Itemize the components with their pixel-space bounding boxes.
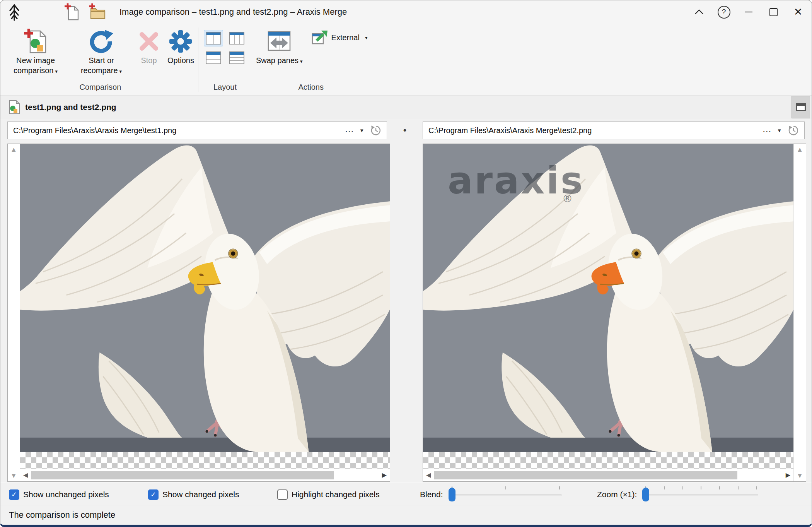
- path-dropdown-icon[interactable]: ▼: [777, 128, 782, 133]
- check-icon: ✓: [150, 490, 156, 499]
- file-path-row: C:\Program Files\Araxis\Araxis Merge\tes…: [0, 119, 812, 144]
- stop-icon: [138, 27, 160, 55]
- right-image-view[interactable]: araxis ®: [423, 144, 793, 452]
- blend-control: Blend:: [420, 483, 561, 506]
- scroll-down-icon: ▼: [10, 472, 17, 479]
- left-image-view[interactable]: [20, 144, 390, 452]
- status-message: The comparison is complete: [9, 510, 115, 520]
- view-controls: ✓ Show unchanged pixels ✓ Show changed p…: [0, 483, 812, 506]
- browse-ellipsis-icon[interactable]: …: [762, 123, 772, 134]
- pane-separator-dot: •: [387, 119, 423, 142]
- highlight-changed-pixels-checkbox[interactable]: ✓ Highlight changed pixels: [277, 483, 380, 506]
- left-file-path-field[interactable]: C:\Program Files\Araxis\Araxis Merge\tes…: [7, 121, 387, 139]
- right-image-pane: araxis ® ◀ ▶ ▲ ▼: [423, 144, 806, 482]
- start-or-recompare-button[interactable]: Start or recompare▾: [68, 26, 134, 78]
- scrollbar-thumb[interactable]: [31, 471, 333, 479]
- actions-group: Swap panes▾ External▾ Actions: [252, 24, 370, 95]
- zoom-label: Zoom (×1):: [597, 490, 637, 499]
- araxis-logo-icon: [7, 3, 22, 21]
- slider-ticks: [645, 486, 757, 489]
- history-icon[interactable]: [788, 125, 799, 136]
- comparison-panes: ▲ ▼: [0, 144, 812, 482]
- external-icon: [311, 30, 328, 45]
- dropdown-arrow-icon: ▾: [300, 58, 303, 64]
- window-controls: ? ✕: [691, 4, 806, 20]
- layout-group-label: Layout: [198, 83, 252, 95]
- left-horizontal-scrollbar[interactable]: ◀ ▶: [20, 469, 390, 481]
- blend-slider-thumb[interactable]: [449, 488, 455, 501]
- layout-three-panes-vertical-button[interactable]: [227, 30, 246, 46]
- collapse-ribbon-icon[interactable]: [691, 4, 707, 20]
- zoom-slider[interactable]: [642, 485, 758, 504]
- browse-ellipsis-icon[interactable]: …: [345, 123, 355, 134]
- transparency-checkerboard: [423, 452, 793, 469]
- options-gear-icon: [169, 27, 193, 55]
- scroll-up-icon: ▲: [797, 146, 803, 153]
- dropdown-arrow-icon: ▾: [365, 35, 368, 41]
- layout-group: Layout: [198, 24, 252, 95]
- comparison-group-label: Comparison: [3, 83, 198, 95]
- swap-panes-button[interactable]: Swap panes▾: [252, 26, 307, 68]
- dropdown-arrow-icon: ▾: [119, 68, 122, 74]
- scroll-right-icon: ▶: [382, 472, 387, 478]
- new-file-icon[interactable]: [64, 3, 80, 21]
- scrollbar-thumb[interactable]: [434, 471, 737, 479]
- right-horizontal-scrollbar[interactable]: ◀ ▶: [423, 469, 793, 481]
- window-title: Image comparison – test1.png and test2.p…: [119, 7, 347, 17]
- maximize-pane-button[interactable]: [792, 96, 810, 118]
- help-icon[interactable]: ?: [716, 4, 732, 20]
- open-folder-icon[interactable]: [89, 3, 106, 21]
- zoom-slider-thumb[interactable]: [642, 488, 649, 501]
- external-button[interactable]: External▾: [307, 26, 370, 45]
- comparison-tab-title[interactable]: test1.png and test2.png: [25, 103, 116, 112]
- layout-two-panes-horizontal-button[interactable]: [204, 50, 223, 66]
- path-dropdown-icon[interactable]: ▼: [359, 128, 364, 133]
- layout-two-panes-vertical-button[interactable]: [204, 30, 223, 46]
- stop-button: Stop: [134, 26, 164, 67]
- show-changed-pixels-checkbox[interactable]: ✓ Show changed pixels: [148, 483, 239, 506]
- maximize-button[interactable]: [765, 4, 781, 20]
- slider-ticks: [452, 486, 560, 489]
- blend-slider[interactable]: [449, 485, 561, 504]
- ribbon: New image comparison▾ Start or recompare…: [0, 24, 812, 96]
- zoom-control: Zoom (×1):: [597, 483, 758, 506]
- new-comparison-icon: [23, 27, 48, 55]
- scroll-left-icon: ◀: [23, 472, 28, 478]
- comparison-document-icon: [8, 100, 20, 115]
- comparison-group: New image comparison▾ Start or recompare…: [3, 24, 198, 95]
- left-file-path: C:\Program Files\Araxis\Araxis Merge\tes…: [13, 126, 345, 135]
- araxis-merge-window: Image comparison – test1.png and test2.p…: [0, 0, 812, 527]
- recompare-icon: [89, 27, 113, 55]
- titlebar: Image comparison – test1.png and test2.p…: [0, 0, 812, 24]
- scroll-left-icon: ◀: [426, 472, 431, 478]
- svg-text:®: ®: [562, 192, 573, 204]
- history-icon[interactable]: [370, 125, 381, 136]
- scroll-down-icon: ▼: [797, 472, 803, 479]
- blend-label: Blend:: [420, 490, 443, 499]
- new-image-comparison-button[interactable]: New image comparison▾: [3, 26, 68, 78]
- menu-icon[interactable]: [34, 6, 48, 18]
- right-file-path-field[interactable]: C:\Program Files\Araxis\Araxis Merge\tes…: [423, 121, 805, 139]
- options-button[interactable]: Options: [164, 26, 198, 67]
- close-button[interactable]: ✕: [790, 4, 806, 20]
- layout-three-panes-horizontal-button[interactable]: [227, 50, 246, 66]
- right-file-path: C:\Program Files\Araxis\Araxis Merge\tes…: [428, 126, 762, 135]
- check-icon: ✓: [11, 490, 17, 499]
- right-vertical-scrollbar[interactable]: ▲ ▼: [793, 144, 806, 481]
- seagull-photo: araxis ®: [423, 144, 793, 452]
- document-tab-bar: test1.png and test2.png: [0, 96, 812, 119]
- swap-panes-icon: [267, 27, 291, 55]
- minimize-button[interactable]: [740, 4, 757, 20]
- show-unchanged-pixels-checkbox[interactable]: ✓ Show unchanged pixels: [9, 483, 109, 506]
- scroll-right-icon: ▶: [786, 472, 790, 478]
- pane-window-icon: [796, 103, 806, 111]
- left-image-pane: ▲ ▼: [7, 144, 390, 482]
- actions-group-label: Actions: [252, 83, 370, 95]
- dropdown-arrow-icon: ▾: [55, 68, 58, 74]
- transparency-checkerboard: [20, 452, 390, 469]
- scroll-up-icon: ▲: [10, 146, 17, 153]
- status-bar: The comparison is complete: [0, 505, 812, 525]
- seagull-photo: [20, 144, 390, 452]
- left-vertical-scrollbar[interactable]: ▲ ▼: [8, 144, 20, 481]
